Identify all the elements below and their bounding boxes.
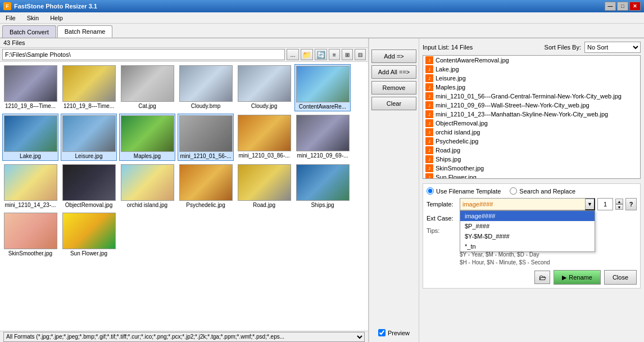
file-item[interactable]: 1210_19_8---Time...: [2, 64, 58, 111]
template-input-wrapper: ▼ image#### $P_#### $Y-$M-$D_#### *_tn: [460, 198, 595, 210]
refresh-button[interactable]: 🔄: [315, 49, 327, 60]
spin-down-button[interactable]: ▼: [615, 204, 623, 210]
file-icon: J: [425, 128, 433, 136]
tips-label: Tips:: [427, 227, 457, 234]
list-item[interactable]: Jmini_1210_01_56---Grand-Central-Termina…: [423, 92, 640, 101]
file-item[interactable]: mini_1210_01_56-...: [178, 114, 234, 161]
list-item[interactable]: Jmini_1210_09_69---Wall-Street--New-York…: [423, 101, 640, 110]
list-item[interactable]: JObjectRemoval.jpg: [423, 119, 640, 128]
list-item[interactable]: JRoad.jpg: [423, 146, 640, 155]
use-filename-template-radio[interactable]: Use Filename Template: [427, 187, 501, 195]
file-item[interactable]: Road.jpg: [236, 163, 292, 209]
tab-bar: Batch Convert Batch Rename: [0, 24, 644, 38]
file-icon: J: [425, 173, 433, 179]
file-item[interactable]: Leisure.jpg: [61, 114, 117, 161]
file-thumbnail: [296, 115, 350, 151]
clear-button[interactable]: Clear: [371, 97, 416, 110]
dropdown-option-4[interactable]: *_tn: [460, 241, 595, 251]
add-all-button[interactable]: Add All ==>: [371, 65, 416, 79]
list-item[interactable]: Jorchid island.jpg: [423, 128, 640, 137]
minimize-button[interactable]: —: [605, 2, 616, 11]
file-thumbnail: [4, 164, 57, 201]
list-item[interactable]: JMaples.jpg: [423, 83, 640, 92]
list-item[interactable]: Jmini_1210_14_23---Manhattan-Skyline-New…: [423, 110, 640, 119]
spin-up-button[interactable]: ▲: [615, 199, 623, 204]
format-bar: All Formats (*.jpg;*.jpe;*.jpeg;*.bmp;*.…: [0, 331, 368, 342]
tip-4: $Y - Year, $M - Month, $D - Day: [460, 251, 554, 259]
sort-dropdown[interactable]: No Sort Name Date Size: [584, 42, 641, 53]
list-item[interactable]: JContentAwareRemoval.jpg: [423, 56, 640, 65]
file-item[interactable]: Ships.jpg: [294, 163, 351, 209]
file-name-label: mini_1210_14_23-...: [4, 202, 56, 208]
view-grid-button[interactable]: ⊞: [342, 49, 353, 60]
file-item[interactable]: Cloudy.jpg: [236, 64, 292, 111]
file-icon: J: [425, 56, 433, 64]
file-item[interactable]: Cat.jpg: [119, 64, 175, 111]
file-item[interactable]: ContentAwareRe...: [294, 64, 351, 111]
left-panel: 43 Files ... 📁 🔄 ≡ ⊞ ⊟ 1210_19_8---Time.…: [0, 38, 369, 342]
input-list-label: Input List: 14 Files: [423, 44, 473, 51]
view-large-button[interactable]: ⊟: [355, 49, 366, 60]
template-dropdown-button[interactable]: ▼: [585, 198, 595, 210]
dropdown-option-1[interactable]: image####: [460, 211, 595, 221]
list-item[interactable]: JSun Flower.jpg: [423, 173, 640, 179]
menu-help[interactable]: Help: [47, 14, 66, 22]
remove-button[interactable]: Remove: [371, 81, 416, 94]
add-button[interactable]: Add =>: [371, 50, 416, 63]
file-item[interactable]: Lake.jpg: [2, 114, 58, 161]
file-item[interactable]: SkinSmoother.jpg: [2, 212, 58, 258]
close-panel-button[interactable]: Close: [604, 270, 637, 285]
list-item[interactable]: JShips.jpg: [423, 155, 640, 164]
input-list-header: Input List: 14 Files Sort Files By: No S…: [423, 42, 641, 53]
format-dropdown[interactable]: All Formats (*.jpg;*.jpe;*.jpeg;*.bmp;*.…: [3, 332, 365, 342]
dropdown-option-3[interactable]: $Y-$M-$D_####: [460, 231, 595, 241]
file-item[interactable]: Sun Flower.jpg: [61, 212, 117, 258]
file-item[interactable]: mini_1210_14_23-...: [2, 163, 58, 209]
file-thumbnail: [4, 65, 57, 102]
view-list-button[interactable]: ≡: [329, 49, 340, 60]
dropdown-option-2[interactable]: $P_####: [460, 221, 595, 231]
list-item-name: ObjectRemoval.jpg: [436, 120, 488, 127]
menu-skin[interactable]: Skin: [24, 14, 42, 22]
browse-button[interactable]: ...: [287, 49, 299, 60]
window-controls: — □ ✕: [605, 2, 641, 11]
file-thumbnail: [62, 213, 116, 249]
app-icon: F: [3, 2, 11, 10]
file-item[interactable]: 1210_19_8---Time...: [61, 64, 117, 111]
ext-case-label: Ext Case:: [427, 215, 457, 222]
file-item[interactable]: Maples.jpg: [119, 114, 175, 161]
file-name-label: mini_1210_01_56-...: [180, 153, 231, 159]
path-input[interactable]: [2, 49, 285, 60]
tab-batch-rename[interactable]: Batch Rename: [57, 25, 113, 38]
list-item[interactable]: JLeisure.jpg: [423, 74, 640, 83]
help-button[interactable]: ?: [625, 198, 637, 210]
folder-up-button[interactable]: 📁: [301, 49, 313, 60]
right-panel: Input List: 14 Files Sort Files By: No S…: [419, 38, 644, 342]
file-thumbnail: [179, 65, 233, 102]
file-item[interactable]: Psychedelic.jpg: [178, 163, 234, 209]
file-item[interactable]: ObjectRemoval.jpg: [61, 163, 117, 209]
rename-go-button[interactable]: ▶ Rename: [554, 270, 601, 285]
template-dropdown-overlay: image#### $P_#### $Y-$M-$D_#### *_tn: [460, 210, 595, 252]
list-item[interactable]: JLake.jpg: [423, 65, 640, 74]
maximize-button[interactable]: □: [617, 2, 628, 11]
template-number[interactable]: [597, 198, 613, 210]
preview-label[interactable]: Preview: [388, 330, 410, 336]
file-item[interactable]: Cloudy.bmp: [178, 64, 234, 111]
file-name-label: Maples.jpg: [134, 153, 161, 159]
output-folder-button[interactable]: 🗁: [534, 271, 550, 284]
list-item-name: SkinSmoother.jpg: [436, 165, 484, 172]
list-item[interactable]: JPsychedelic.jpg: [423, 137, 640, 146]
list-item[interactable]: JSkinSmoother.jpg: [423, 164, 640, 173]
file-item[interactable]: mini_1210_09_69-...: [294, 114, 351, 161]
search-replace-radio[interactable]: Search and Replace: [510, 187, 575, 195]
close-button[interactable]: ✕: [629, 2, 641, 11]
preview-checkbox[interactable]: [378, 329, 386, 336]
tab-batch-convert[interactable]: Batch Convert: [2, 25, 56, 38]
file-item[interactable]: mini_1210_03_86-...: [236, 114, 292, 161]
template-input[interactable]: [460, 198, 595, 210]
file-name-label: ContentAwareRe...: [299, 104, 346, 110]
list-item-name: mini_1210_09_69---Wall-Street--New-York-…: [436, 102, 589, 109]
file-item[interactable]: orchid island.jpg: [119, 163, 175, 209]
menu-file[interactable]: File: [2, 14, 19, 22]
